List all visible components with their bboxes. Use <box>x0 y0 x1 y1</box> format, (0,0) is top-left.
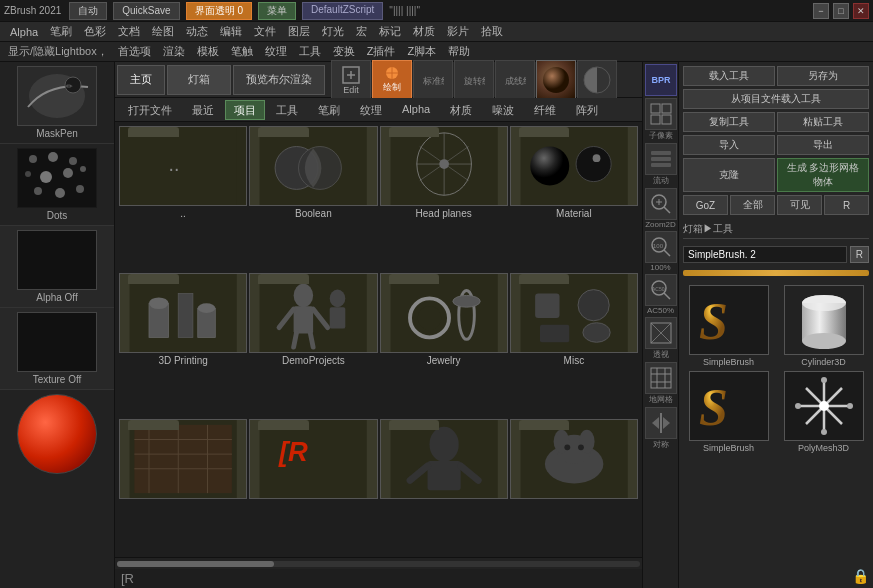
menu-draw[interactable]: 绘图 <box>146 23 180 40</box>
tool-name-input[interactable] <box>683 246 847 263</box>
menu-edit[interactable]: 编辑 <box>214 23 248 40</box>
persp-button[interactable] <box>645 317 677 349</box>
project-item-dotdot[interactable]: .. .. <box>119 126 247 271</box>
import-button[interactable]: 导入 <box>683 135 775 155</box>
flow-button[interactable] <box>645 143 677 175</box>
menu-pick[interactable]: 拾取 <box>475 23 509 40</box>
menu-help[interactable]: 帮助 <box>442 43 476 60</box>
tab-tool[interactable]: 工具 <box>267 100 307 120</box>
menu-texture[interactable]: 纹理 <box>259 43 293 60</box>
ac50-button[interactable]: AC50 <box>645 274 677 306</box>
menu-light[interactable]: 灯光 <box>316 23 350 40</box>
tab-brush[interactable]: 笔刷 <box>309 100 349 120</box>
tool-polymesh3d[interactable]: PolyMesh3D <box>778 371 869 453</box>
quicksave-button[interactable]: QuickSave <box>113 2 179 20</box>
project-item-demoprojects[interactable]: DemoProjects <box>249 273 377 418</box>
minimize-button[interactable]: − <box>813 3 829 19</box>
menu-template[interactable]: 模板 <box>191 43 225 60</box>
project-item-boolean[interactable]: Boolean <box>249 126 377 271</box>
project-item-r3c2[interactable]: [R <box>249 419 377 553</box>
tab-array[interactable]: 阵列 <box>567 100 607 120</box>
zoom2d-button[interactable] <box>645 188 677 220</box>
menu-pref[interactable]: 首选项 <box>112 43 157 60</box>
texture-preview[interactable] <box>17 312 97 372</box>
half-sphere-tool-btn[interactable] <box>577 60 617 100</box>
show-hide-lightbox[interactable]: 显示/隐藏Lightbox， <box>4 44 112 59</box>
menu-zscript[interactable]: Z脚本 <box>401 43 442 60</box>
goz-button[interactable]: GoZ <box>683 195 728 215</box>
menu-zplugin[interactable]: Z插件 <box>361 43 402 60</box>
from-project-button[interactable]: 从项目文件载入工具 <box>683 89 869 109</box>
scroll-track[interactable] <box>117 561 640 567</box>
project-item-jewelry[interactable]: Jewelry <box>380 273 508 418</box>
paste-tool-button[interactable]: 粘贴工具 <box>777 112 869 132</box>
project-item-3dprinting[interactable]: 3D Printing <box>119 273 247 418</box>
menu-anim[interactable]: 动态 <box>180 23 214 40</box>
menu-tool[interactable]: 工具 <box>293 43 327 60</box>
polymesh-button[interactable]: 生成 多边形网格物体 <box>777 158 869 192</box>
draw-tool-btn[interactable]: 绘制 <box>372 60 412 100</box>
menu-macro[interactable]: 宏 <box>350 23 373 40</box>
menu-doc[interactable]: 文档 <box>112 23 146 40</box>
tab-alpha[interactable]: Alpha <box>393 100 439 120</box>
close-button[interactable]: ✕ <box>853 3 869 19</box>
sphere-preview[interactable] <box>17 394 97 474</box>
tab-noise[interactable]: 噪波 <box>483 100 523 120</box>
preview-button[interactable]: 预览布尔渲染 <box>233 65 325 95</box>
auto-button[interactable]: 自动 <box>69 2 107 20</box>
project-item-misc[interactable]: Misc <box>510 273 638 418</box>
home-button[interactable]: 主页 <box>117 65 165 95</box>
project-item-headplanes[interactable]: Head planes <box>380 126 508 271</box>
menu-movie[interactable]: 影片 <box>441 23 475 40</box>
bpr-button[interactable]: BPR <box>645 64 677 96</box>
interface-transparency-button[interactable]: 界面透明 0 <box>186 2 252 20</box>
tab-open-file[interactable]: 打开文件 <box>119 100 181 120</box>
100pct-button[interactable]: 100 <box>645 231 677 263</box>
project-item-r3c4[interactable] <box>510 419 638 553</box>
dots-preview[interactable] <box>17 148 97 208</box>
scroll-thumb[interactable] <box>117 561 274 567</box>
menu-stroke[interactable]: 笔触 <box>225 43 259 60</box>
menu-button[interactable]: 菜单 <box>258 2 296 20</box>
tool-r-button[interactable]: R <box>850 246 869 263</box>
menu-render[interactable]: 渲染 <box>157 43 191 60</box>
symmetry-button[interactable] <box>645 407 677 439</box>
menu-file[interactable]: 文件 <box>248 23 282 40</box>
tab-material[interactable]: 材质 <box>441 100 481 120</box>
edit-tool-btn[interactable]: Edit <box>331 60 371 100</box>
export-button[interactable]: 导出 <box>777 135 869 155</box>
tool-simplebrush-1[interactable]: S SimpleBrush <box>683 285 774 367</box>
load-tool-button[interactable]: 载入工具 <box>683 66 775 86</box>
saveas-button[interactable]: 另存为 <box>777 66 869 86</box>
menu-alpha[interactable]: Alpha <box>4 25 44 39</box>
tab-fiber[interactable]: 纤维 <box>525 100 565 120</box>
menu-color[interactable]: 色彩 <box>78 23 112 40</box>
grid-button[interactable] <box>645 362 677 394</box>
menu-transform[interactable]: 变换 <box>327 43 361 60</box>
project-item-r3c1[interactable] <box>119 419 247 553</box>
group-tool-btn[interactable]: 成线组 <box>495 60 535 100</box>
project-item-material[interactable]: Material <box>510 126 638 271</box>
project-item-r3c3[interactable] <box>380 419 508 553</box>
menu-layer[interactable]: 图层 <box>282 23 316 40</box>
standard-tool-btn[interactable]: 标准线 <box>413 60 453 100</box>
tab-project[interactable]: 项目 <box>225 100 265 120</box>
maximize-button[interactable]: □ <box>833 3 849 19</box>
rotate-tool-btn[interactable]: 旋转线 <box>454 60 494 100</box>
copy-tool-button[interactable]: 复制工具 <box>683 112 775 132</box>
tool-cylinder3d[interactable]: Cylinder3D <box>778 285 869 367</box>
menu-brush[interactable]: 笔刷 <box>44 23 78 40</box>
scroll-row[interactable] <box>115 557 642 569</box>
subpixel-button[interactable] <box>645 98 677 130</box>
maskpen-preview[interactable]: ✏ <box>17 66 97 126</box>
menu-marker[interactable]: 标记 <box>373 23 407 40</box>
menu-material[interactable]: 材质 <box>407 23 441 40</box>
tool-simplebrush-2[interactable]: S SimpleBrush <box>683 371 774 453</box>
clone-button[interactable]: 克隆 <box>683 158 775 192</box>
alpha-preview[interactable] <box>17 230 97 290</box>
lightbox-button[interactable]: 灯箱 <box>167 65 231 95</box>
tab-texture[interactable]: 纹理 <box>351 100 391 120</box>
sphere-tool-btn[interactable] <box>536 60 576 100</box>
visible-button[interactable]: 可见 <box>777 195 822 215</box>
r-button[interactable]: R <box>824 195 869 215</box>
